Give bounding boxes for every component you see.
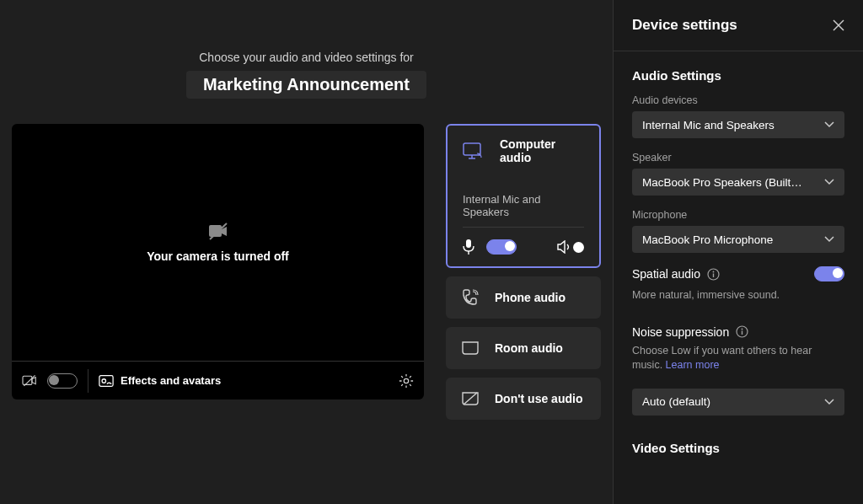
speaker-value: MacBook Pro Speakers (Built… [642, 176, 802, 189]
camera-off-small-icon [22, 374, 37, 388]
svg-rect-10 [466, 239, 471, 248]
microphone-select[interactable]: MacBook Pro Microphone [632, 226, 844, 253]
noise-suppression-select[interactable]: Auto (default) [632, 389, 844, 416]
spatial-audio-toggle[interactable] [814, 266, 844, 281]
microphone-icon[interactable] [463, 239, 474, 255]
speaker-select[interactable]: MacBook Pro Speakers (Built… [632, 169, 844, 196]
svg-line-12 [464, 393, 477, 405]
phone-audio-option[interactable]: Phone audio [446, 276, 601, 319]
info-icon[interactable] [707, 268, 720, 281]
chevron-down-icon [824, 236, 834, 243]
noise-suppression-label: Noise suppression [632, 325, 729, 339]
noise-value: Auto (default) [642, 395, 710, 408]
chevron-down-icon [824, 121, 834, 128]
speaker-label: Speaker [632, 152, 844, 164]
learn-more-link[interactable]: Learn more [666, 359, 720, 371]
info-icon[interactable] [736, 325, 748, 338]
divider [88, 369, 88, 393]
room-audio-icon [461, 340, 480, 356]
room-audio-label: Room audio [495, 341, 563, 355]
no-audio-option[interactable]: Don't use audio [446, 378, 601, 420]
camera-toggle[interactable] [47, 373, 78, 389]
video-settings-heading: Video Settings [632, 441, 844, 455]
meeting-name: Marketing Announcement [186, 71, 426, 99]
computer-audio-option[interactable]: Computer audio Internal Mic and Speakers [446, 124, 601, 268]
audio-settings-heading: Audio Settings [632, 68, 844, 83]
no-audio-icon [461, 391, 480, 406]
audio-device-name: Internal Mic and Speakers [463, 193, 584, 218]
mic-toggle[interactable] [486, 239, 517, 255]
chevron-down-icon [824, 399, 834, 405]
effects-label: Effects and avatars [121, 374, 221, 387]
microphone-value: MacBook Pro Microphone [642, 233, 773, 246]
effects-icon [99, 374, 114, 388]
phone-icon [461, 289, 480, 306]
svg-point-19 [742, 329, 743, 330]
video-settings-button[interactable] [399, 373, 414, 389]
camera-off-text: Your camera is turned off [147, 249, 289, 263]
svg-point-6 [404, 378, 408, 383]
speaker-icon[interactable] [557, 240, 572, 254]
close-button[interactable] [833, 19, 844, 31]
audio-device-row[interactable]: Internal Mic and Speakers [463, 193, 584, 228]
audio-devices-select[interactable]: Internal Mic and Speakers [632, 111, 844, 138]
spatial-audio-label: Spatial audio [632, 267, 700, 281]
svg-rect-2 [23, 376, 32, 384]
computer-audio-icon [463, 142, 485, 160]
panel-title: Device settings [632, 17, 737, 34]
video-preview-panel: Your camera is turned off Effects and av… [12, 124, 424, 399]
noise-desc: Choose Low if you want others to hear mu… [632, 344, 844, 373]
audio-devices-label: Audio devices [632, 94, 844, 106]
spatial-audio-desc: More natural, immersive sound. [632, 288, 844, 303]
microphone-label: Microphone [632, 209, 844, 221]
computer-audio-label: Computer audio [500, 137, 584, 164]
svg-point-16 [713, 271, 715, 272]
effects-avatars-button[interactable]: Effects and avatars [99, 374, 221, 388]
no-audio-label: Don't use audio [495, 392, 582, 405]
audio-devices-value: Internal Mic and Speakers [642, 119, 775, 131]
room-audio-option[interactable]: Room audio [446, 327, 601, 369]
phone-audio-label: Phone audio [495, 291, 566, 304]
chevron-down-icon [824, 179, 834, 185]
camera-off-icon [208, 223, 228, 241]
device-settings-panel: Device settings Audio Settings Audio dev… [613, 0, 863, 504]
svg-point-5 [102, 378, 106, 383]
header-subtitle: Choose your audio and video settings for [12, 51, 601, 64]
